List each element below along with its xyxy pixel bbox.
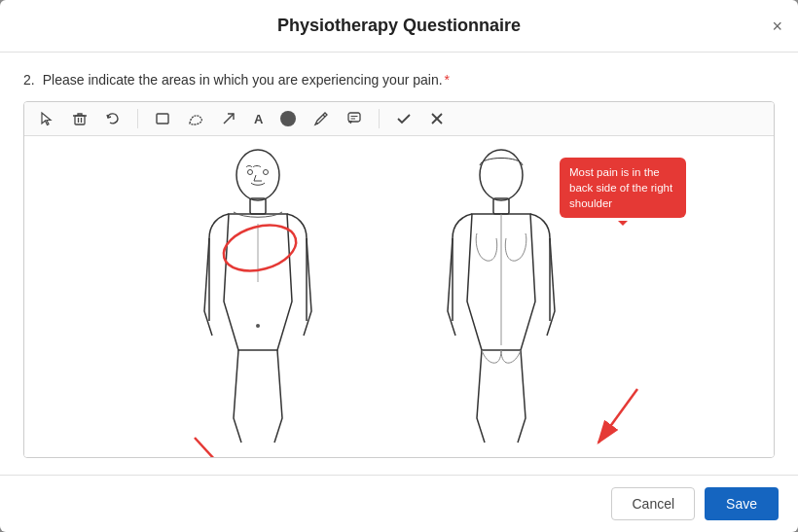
text-icon: A <box>254 112 263 126</box>
freehand-tool-button[interactable] <box>183 108 208 129</box>
svg-point-12 <box>236 150 279 200</box>
modal-title: Physiotherapy Questionnaire <box>277 16 521 36</box>
save-button[interactable]: Save <box>705 487 779 520</box>
back-shoulder-arrow <box>598 389 637 443</box>
svg-rect-7 <box>348 113 360 122</box>
color-tool-button[interactable] <box>275 108 301 129</box>
question-text: Please indicate the areas in which you a… <box>43 72 450 88</box>
drawing-area[interactable]: Most pain is in the back side of the rig… <box>24 136 774 457</box>
undo-tool-button[interactable] <box>100 108 126 129</box>
back-body-figure <box>448 150 555 443</box>
cancel-button[interactable]: Cancel <box>611 487 695 520</box>
svg-rect-0 <box>75 116 85 124</box>
svg-point-17 <box>480 150 523 200</box>
canvas-toolbar: A <box>24 102 774 136</box>
cursor-tool-button[interactable] <box>34 108 59 129</box>
text-tool-button[interactable]: A <box>249 109 268 129</box>
modal-footer: Cancel Save <box>0 475 798 532</box>
svg-line-5 <box>323 115 325 117</box>
required-star: * <box>445 72 450 88</box>
svg-point-16 <box>264 170 269 175</box>
svg-rect-3 <box>157 114 168 124</box>
modal-close-button[interactable]: × <box>772 18 782 35</box>
svg-point-14 <box>256 324 260 328</box>
modal-body: 2. Please indicate the areas in which yo… <box>0 53 798 475</box>
modal-overlay: Physiotherapy Questionnaire × 2. Please … <box>0 0 798 532</box>
modal: Physiotherapy Questionnaire × 2. Please … <box>0 0 798 532</box>
question-label: 2. Please indicate the areas in which yo… <box>23 72 775 88</box>
delete-tool-button[interactable] <box>67 108 92 129</box>
annotation-bubble: Most pain is in the back side of the rig… <box>560 158 686 218</box>
confirm-tool-button[interactable] <box>391 108 417 129</box>
color-circle-icon <box>280 111 296 126</box>
svg-line-4 <box>224 114 234 124</box>
cancel-tool-button[interactable] <box>424 108 450 129</box>
toolbar-separator-1 <box>137 109 138 128</box>
front-body-figure <box>204 150 311 443</box>
rectangle-tool-button[interactable] <box>150 108 175 129</box>
svg-point-15 <box>248 170 253 175</box>
modal-header: Physiotherapy Questionnaire × <box>0 0 798 53</box>
canvas-container: A <box>23 101 775 458</box>
toolbar-separator-2 <box>379 109 380 128</box>
question-number: 2. <box>23 72 35 88</box>
arrow-tool-button[interactable] <box>216 108 241 129</box>
comment-tool-button[interactable] <box>342 108 367 129</box>
pen-tool-button[interactable] <box>308 108 334 129</box>
